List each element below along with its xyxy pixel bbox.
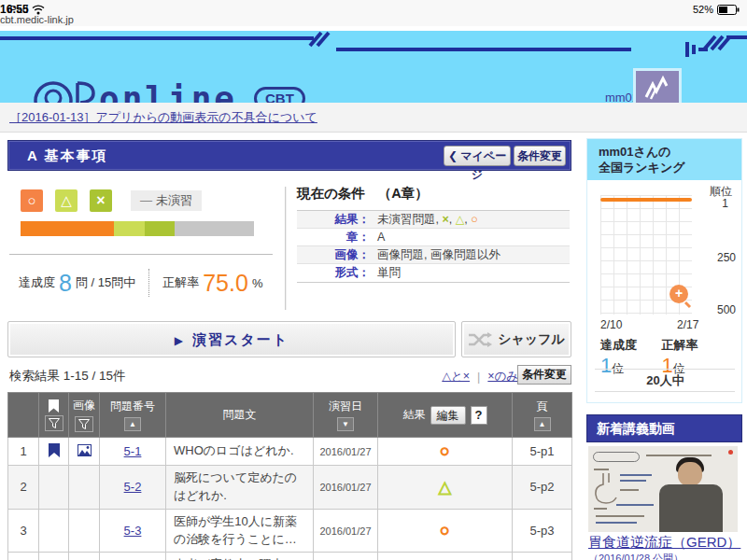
divider (9, 254, 273, 255)
progress-segment-correct (21, 221, 114, 236)
mypage-label: マイページ (460, 149, 506, 181)
status-bar: iPad 16:55 cbt.medic-link.jp 52% (0, 0, 747, 26)
ranking-title-line2: 全国ランキング (599, 160, 741, 175)
progress-segment-triangle (114, 221, 145, 236)
table-row: 1 5-1 WHOのロゴはどれか. 2016/01/27 ○ 5-p1 (8, 438, 572, 466)
help-button[interactable]: ? (471, 406, 487, 425)
row-number: 3 (8, 509, 39, 553)
rank-tick-500: 500 (717, 303, 736, 316)
magnifier-plus-icon[interactable]: + (669, 285, 688, 303)
ranking-title: mm01さんの 全国ランキング (587, 139, 741, 180)
row-number: 2 (8, 466, 39, 510)
video-title-link[interactable]: 胃食道逆流症（GERD） (588, 534, 740, 552)
current-conditions-panel: 現在の条件（A章） 結果： 未演習問題, ×, △, ○ 章： A 画像： 画像… (297, 185, 570, 283)
stomach-diagram-icon (594, 472, 618, 506)
rank-line-series (600, 198, 692, 202)
table-row: 4 5-4 患者が宗教上の理由で手術の 2016/01/27 × 5-p4 (8, 553, 572, 560)
rank-axis-label: 順位 (710, 184, 732, 200)
news-notice-link[interactable]: ［2016-01-13］アプリからの動画表示の不具合について (9, 103, 317, 132)
rank-achieve-label: 達成度 (600, 337, 637, 354)
ranking-title-line1: mm01さんの (599, 144, 741, 160)
question-number-link[interactable]: 5-1 (124, 444, 142, 458)
rank-total: 20人中 (587, 372, 743, 389)
condition-label: 結果： (297, 211, 370, 228)
rank-xtick-start: 2/10 (600, 318, 622, 331)
rank-tick-1: 1 (722, 197, 728, 210)
section-title: A 基本事項 (27, 141, 107, 170)
mypage-button[interactable]: ❮ マイページ (444, 146, 511, 166)
practice-date: 2016/01/27 (314, 466, 378, 510)
condition-label: 章： (297, 229, 370, 245)
header-index (8, 393, 39, 438)
video-thumbnail[interactable] (588, 446, 738, 532)
bookmark-cell[interactable] (39, 438, 69, 466)
header-question-text: 問題文 (166, 393, 314, 438)
edit-button[interactable]: 編集 (430, 406, 466, 425)
filter-funnel-button[interactable] (75, 416, 93, 432)
header-qtext-label: 問題文 (223, 408, 257, 421)
question-number-link[interactable]: 5-3 (124, 524, 142, 538)
conditions-title-text: 現在の条件 (297, 186, 365, 201)
legend-unattempted-label: 未演習 (156, 193, 192, 207)
page: iPad 16:55 cbt.medic-link.jp 52% (0, 0, 747, 560)
image-cell[interactable] (69, 438, 100, 466)
bookmark-cell[interactable] (39, 553, 69, 560)
bookmark-cell[interactable] (39, 509, 69, 553)
table-row: 2 5-2 脳死について定めたのはどれか. 2016/01/27 △ 5-p2 (8, 466, 572, 510)
bookmark-icon (49, 399, 59, 413)
start-practice-label: 演習スタート (192, 331, 289, 347)
filter-funnel-button[interactable] (45, 415, 63, 431)
page-ref: 5-p1 (513, 438, 572, 466)
header-result-label: 結果 (403, 407, 426, 423)
sort-ascending-button[interactable]: ▲ (534, 417, 551, 431)
conditions-title: 現在の条件（A章） (297, 185, 570, 203)
cross-mark: × (442, 213, 448, 226)
condition-label: 画像： (297, 246, 370, 263)
condition-value: A (377, 229, 385, 245)
condition-label: 形式： (297, 264, 370, 282)
rate-label: 正解率 (162, 274, 199, 291)
ranking-chart: + (600, 195, 692, 315)
table-row: 3 5-3 医師が学生10人に新薬の治験を行うことに… 2016/01/27 ○… (8, 509, 572, 553)
results-count: 検索結果 1-15 / 15件 (9, 368, 126, 385)
bookmark-icon (49, 443, 60, 457)
change-conditions-button-mid[interactable]: 条件変更 (517, 365, 571, 385)
chevron-left-icon: ❮ (448, 149, 458, 162)
sort-ascending-button[interactable]: ▲ (124, 417, 141, 431)
battery-percent: 52% (693, 4, 713, 15)
triangle-mark: △ (456, 213, 465, 226)
practice-date: 2016/01/27 (314, 509, 378, 553)
header-image-label: 画像 (73, 398, 95, 413)
divider (285, 187, 287, 310)
sort-descending-button[interactable]: ▼ (337, 417, 354, 431)
condition-value: 画像問題, 画像問題以外 (377, 246, 500, 263)
shuffle-button[interactable]: シャッフル (461, 321, 571, 357)
sidebar: mm01さんの 全国ランキング 順位 1 250 500 + 2/10 2/17… (586, 138, 742, 403)
separator: | (477, 371, 480, 384)
whiteboard-label (593, 452, 640, 462)
header-result: 結果 編集 ? (378, 393, 513, 438)
bookmark-cell[interactable] (39, 466, 69, 510)
filter-triangle-cross[interactable]: △と× (442, 369, 470, 385)
question-number-link[interactable]: 5-2 (124, 480, 142, 494)
row-number: 1 (8, 438, 39, 466)
condition-value: 未演習問題, ×, △, ○ (377, 211, 478, 228)
start-practice-button[interactable]: ▶演習スタート (7, 321, 456, 357)
header-page: 頁 ▲ (513, 393, 572, 438)
header-date-label: 演習日 (329, 399, 362, 414)
question-table: 画像 問題番号 ▲ 問題文 演習日 ▼ (7, 392, 572, 560)
achieve-label: 達成度 (19, 274, 55, 291)
circle-mark: ○ (471, 213, 478, 226)
shuffle-icon (468, 332, 492, 347)
condition-row-result: 結果： 未演習問題, ×, △, ○ (297, 211, 570, 229)
image-cell (69, 466, 100, 510)
header-practice-date: 演習日 ▼ (314, 393, 378, 438)
filter-cross-only[interactable]: ×のみ (487, 369, 518, 385)
change-conditions-button-top[interactable]: 条件変更 (514, 146, 566, 166)
shuffle-label: シャッフル (498, 331, 565, 348)
legend-cross-icon: × (90, 189, 112, 212)
header-qnum-label: 問題番号 (110, 399, 155, 414)
question-text: WHOのロゴはどれか. (166, 438, 314, 466)
image-cell (69, 553, 100, 560)
address-url: cbt.medic-link.jp (0, 14, 747, 25)
